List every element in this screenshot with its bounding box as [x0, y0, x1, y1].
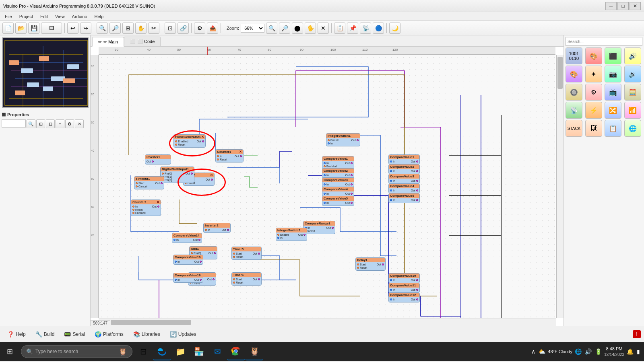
- and1-p0-dot[interactable]: [191, 252, 193, 254]
- comp-data[interactable]: 📋: [605, 120, 621, 137]
- inverter2-node[interactable]: Inverter2 In Out: [203, 223, 231, 233]
- maximize-button[interactable]: □: [617, 2, 629, 10]
- inv1-out-dot[interactable]: [152, 160, 154, 162]
- tray-expand[interactable]: ∧: [530, 348, 536, 356]
- rhs-cv5-node[interactable]: CompareValue5 In Out: [388, 193, 420, 203]
- rhs-cv5-in-dot[interactable]: [390, 199, 392, 201]
- rhs-cv11-node[interactable]: CompareValue11 In Out: [388, 283, 420, 293]
- timeout1-node[interactable]: Timeout1 Start Out Cancel: [134, 176, 164, 189]
- cv5-in-dot[interactable]: [324, 202, 326, 204]
- prop-settings-btn[interactable]: ⚙: [65, 119, 74, 128]
- comp-servo[interactable]: ⚙: [585, 84, 602, 101]
- comp-display[interactable]: 📺: [605, 84, 621, 101]
- compare-range1-node[interactable]: CompareRange1 In Out Enabled: [303, 221, 335, 234]
- rhs-cv2-in-dot[interactable]: [390, 170, 392, 172]
- cv16-in-dot[interactable]: [175, 279, 177, 281]
- minimize-button[interactable]: ─: [605, 2, 617, 10]
- toolbar-delete-wire[interactable]: ✕: [318, 23, 329, 34]
- compare-v3-node[interactable]: CompareValue3 In Out: [322, 177, 354, 187]
- taskbar-task-view[interactable]: ⊟: [134, 343, 152, 360]
- toolbar-zoom-plus[interactable]: 🔍: [266, 23, 277, 34]
- c1-out-dot[interactable]: [240, 155, 242, 157]
- vertical-scroll-thumb[interactable]: [557, 57, 563, 89]
- toolbar-select[interactable]: ⊡: [165, 23, 176, 34]
- rhs-cv12-out-dot[interactable]: [416, 298, 418, 300]
- vertical-scrollbar[interactable]: [556, 55, 564, 318]
- serial-button[interactable]: 📟 Serial: [60, 329, 89, 339]
- comp-audio[interactable]: 🔉: [624, 66, 641, 82]
- pin-reset-dot[interactable]: [175, 144, 177, 146]
- tab-code[interactable]: ⬜ ⬜ Code: [124, 37, 161, 46]
- rhs-cv1-node[interactable]: CompareValue1 In Out: [388, 154, 420, 165]
- help-button[interactable]: ❓ Help: [3, 329, 30, 339]
- horizontal-scrollbar[interactable]: [99, 319, 556, 326]
- rhs-cv10-out-dot[interactable]: [416, 279, 418, 281]
- cv10-out-dot[interactable]: [200, 261, 202, 263]
- toolbar-zoom-in[interactable]: 🔍: [97, 23, 108, 34]
- zoom-select[interactable]: 25%33%50% 66%75%100%: [241, 24, 264, 33]
- error-indicator[interactable]: !: [633, 330, 641, 338]
- cv1-en-dot[interactable]: [324, 165, 326, 167]
- t6-start-dot[interactable]: [233, 278, 235, 280]
- rhs-cv3-in-dot[interactable]: [390, 180, 392, 182]
- comp-cam[interactable]: 📷: [605, 66, 621, 82]
- comp-palette[interactable]: 🎨: [566, 66, 582, 82]
- cv3-out-dot[interactable]: [351, 183, 353, 185]
- comp-btn1[interactable]: 🔘: [566, 84, 582, 101]
- taskbar-visuino[interactable]: 🦉: [246, 343, 263, 360]
- toolbar-upload[interactable]: 📤: [207, 23, 218, 34]
- rhs-cv1-in-dot[interactable]: [390, 160, 392, 162]
- toolbar-open[interactable]: 📂: [15, 23, 27, 34]
- menu-help[interactable]: Help: [91, 13, 107, 20]
- comp-calc[interactable]: 🧮: [624, 84, 641, 101]
- and2-out-dot[interactable]: [213, 278, 215, 280]
- pulse-gen-close[interactable]: ✕: [201, 135, 204, 139]
- cv14-in-dot[interactable]: [173, 239, 175, 241]
- comp-color[interactable]: 🎨: [585, 47, 602, 64]
- inv2-out-dot[interactable]: [227, 229, 229, 231]
- delay1-node[interactable]: Delay1 Start Out Reset: [355, 257, 386, 271]
- component-search[interactable]: [566, 37, 642, 46]
- d1-reset-dot[interactable]: [357, 267, 359, 269]
- toolbar-zoom-100[interactable]: ⬤: [292, 23, 303, 34]
- build-button[interactable]: 🔧 Build: [31, 329, 59, 339]
- delay2-close[interactable]: ✕: [210, 173, 213, 177]
- toolbar-cut[interactable]: ✂: [148, 23, 159, 34]
- counter2-node[interactable]: Counter1 ✕ In Out Reset: [131, 200, 161, 216]
- is2-out-dot[interactable]: [303, 234, 305, 236]
- toolbar-new[interactable]: 📄: [2, 23, 14, 34]
- compare-v5-node[interactable]: CompareValue5 In Out: [322, 196, 354, 206]
- comp-gfx[interactable]: 🖼: [585, 120, 602, 137]
- rhs-cv11-in-dot[interactable]: [390, 289, 392, 291]
- toolbar-paste-wire[interactable]: 📌: [347, 23, 358, 34]
- prop-delete-btn[interactable]: ✕: [75, 119, 84, 128]
- dm-out-dot[interactable]: [191, 173, 193, 175]
- rhs-cv4-out-dot[interactable]: [416, 189, 418, 191]
- prop-sort-btn[interactable]: ≡: [56, 119, 64, 128]
- horizontal-scroll-thumb[interactable]: [111, 320, 191, 325]
- counter1-close[interactable]: ✕: [239, 150, 242, 154]
- toolbar-copy-wire[interactable]: 📋: [334, 23, 345, 34]
- canvas-wrapper[interactable]: 30 40 50 60 70 80 90 100 110 120 10 20 3…: [91, 47, 564, 326]
- counter1-node[interactable]: Counter1 ✕ In Out Reset: [215, 149, 244, 162]
- prop-expand-btn[interactable]: ⊞: [36, 119, 45, 128]
- updates-button[interactable]: 🔄 Updates: [166, 329, 200, 339]
- menu-project[interactable]: Project: [16, 13, 36, 20]
- int-switch2-node[interactable]: IntegerSwitch2 Enable Out In: [276, 228, 307, 241]
- is2-in-dot[interactable]: [277, 237, 279, 239]
- taskbar-search-bar[interactable]: 🔍 🦉: [21, 345, 132, 358]
- taskbar-store[interactable]: 🏪: [190, 343, 208, 360]
- pin-out-dot[interactable]: [202, 140, 204, 142]
- compare-v4-node[interactable]: CompareValue4 In Out: [322, 187, 354, 197]
- timer5-node[interactable]: Timer5 Start Out Reset: [231, 247, 262, 260]
- compare-v1-node[interactable]: CompareValue1 In Out Enabled: [322, 156, 354, 169]
- tray-clock[interactable]: 8:48 PM 12/14/2023: [604, 346, 624, 357]
- toolbar-zoom-minus[interactable]: 🔎: [279, 23, 290, 34]
- toolbar-redo[interactable]: ↪: [80, 23, 91, 34]
- toolbar-arduino-board[interactable]: 🔲: [41, 23, 62, 34]
- rhs-cv1-out-dot[interactable]: [416, 160, 418, 162]
- comp-logic[interactable]: 🔀: [605, 102, 621, 119]
- prop-search-btn[interactable]: 🔍: [27, 119, 35, 128]
- menu-file[interactable]: File: [2, 13, 15, 20]
- toolbar-connect[interactable]: 🔗: [178, 23, 189, 34]
